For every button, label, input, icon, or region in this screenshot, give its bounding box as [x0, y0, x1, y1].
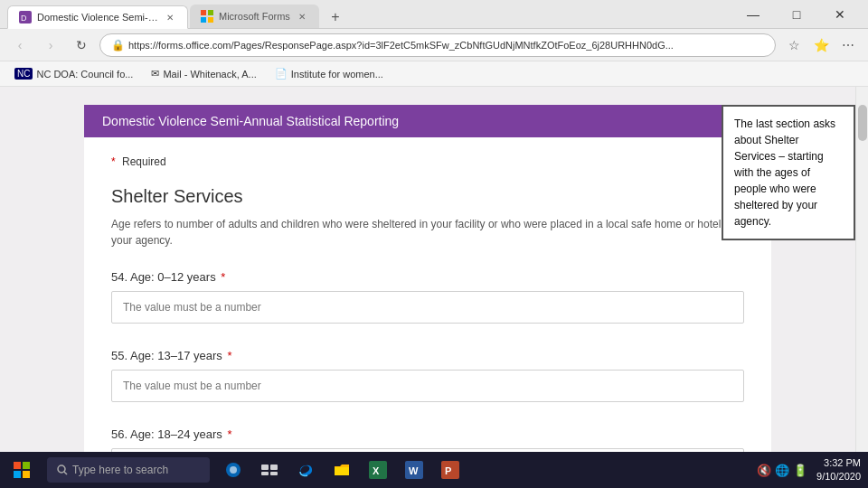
- annotation-box: The last section asks about Shelter Serv…: [722, 105, 855, 240]
- question-54-input[interactable]: [111, 291, 744, 324]
- tab-close-active[interactable]: ✕: [164, 11, 176, 23]
- tab-label-active: Domestic Violence Semi-Annual...: [37, 12, 158, 23]
- network-icon[interactable]: 🌐: [775, 464, 789, 477]
- bookmarks-bar: NC NC DOA: Council fo... ✉ Mail - Whiten…: [0, 61, 868, 87]
- bookmark-ncdoa[interactable]: NC NC DOA: Council fo...: [7, 66, 140, 81]
- svg-rect-8: [14, 471, 21, 478]
- url-box[interactable]: 🔒 https://forms.office.com/Pages/Respons…: [99, 33, 776, 57]
- close-button[interactable]: ✕: [819, 0, 861, 29]
- form-header-title: Domestic Violence Semi-Annual Statistica…: [102, 114, 399, 128]
- forward-button[interactable]: ›: [38, 33, 63, 58]
- taskbar-icon-powerpoint[interactable]: P: [434, 454, 467, 486]
- taskbar: Type here to search: [0, 452, 868, 488]
- tab-active[interactable]: D Domestic Violence Semi-Annual... ✕: [7, 5, 188, 29]
- svg-rect-9: [23, 471, 30, 478]
- question-56: 56. Age: 18–24 years *: [111, 427, 744, 452]
- svg-line-11: [64, 472, 67, 474]
- question-54-label: 54. Age: 0–12 years *: [111, 270, 744, 284]
- taskbar-icon-explorer[interactable]: [326, 454, 358, 486]
- taskbar-sys-icons: 🔇 🌐 🔋: [757, 464, 807, 477]
- bookmark-mail-favicon: ✉: [151, 68, 159, 80]
- section-description: Age refers to number of adults and child…: [111, 216, 744, 249]
- svg-rect-7: [23, 462, 30, 469]
- address-bar: ‹ › ↻ 🔒 https://forms.office.com/Pages/R…: [0, 29, 868, 61]
- svg-text:P: P: [445, 465, 451, 476]
- tab-favicon-ms: [201, 10, 213, 23]
- svg-rect-3: [208, 10, 213, 15]
- maximize-button[interactable]: □: [776, 0, 817, 29]
- taskbar-icon-taskview[interactable]: [253, 454, 286, 486]
- tab-close-inactive[interactable]: ✕: [296, 10, 308, 23]
- question-55: 55. Age: 13–17 years *: [111, 349, 744, 402]
- browser-window: D Domestic Violence Semi-Annual... ✕ Mic…: [0, 0, 868, 452]
- svg-text:W: W: [409, 465, 419, 476]
- volume-icon[interactable]: 🔇: [757, 464, 771, 477]
- taskbar-search-placeholder: Type here to search: [72, 464, 168, 476]
- taskbar-time[interactable]: 3:32 PM 9/10/2020: [816, 456, 861, 484]
- taskbar-pinned-icons: X W P: [217, 454, 467, 486]
- question-54: 54. Age: 0–12 years *: [111, 270, 744, 324]
- taskbar-icon-excel[interactable]: X: [362, 454, 394, 486]
- tab-list: D Domestic Violence Semi-Annual... ✕ Mic…: [7, 0, 346, 28]
- svg-text:D: D: [21, 14, 27, 23]
- favorites-icon[interactable]: ☆: [781, 33, 807, 58]
- bookmark-ncdoa-favicon: NC: [14, 68, 33, 80]
- url-text: https://forms.office.com/Pages/ResponseP…: [128, 40, 764, 51]
- svg-text:X: X: [373, 465, 380, 476]
- toolbar-actions: ☆ ⭐ ⋯: [781, 33, 861, 58]
- annotation-text: The last section asks about Shelter Serv…: [734, 117, 835, 228]
- bookmark-institute[interactable]: 📄 Institute for women...: [268, 66, 391, 81]
- question-55-number: 55.: [111, 349, 130, 362]
- section-title: Shelter Services: [111, 186, 744, 207]
- taskbar-right: 🔇 🌐 🔋 3:32 PM 9/10/2020: [757, 456, 868, 484]
- question-55-input[interactable]: [111, 370, 744, 402]
- question-55-required: *: [228, 349, 232, 362]
- question-54-required: *: [221, 270, 225, 284]
- lock-icon: 🔒: [111, 39, 125, 52]
- required-text: Required: [122, 155, 166, 168]
- required-note: * Required: [111, 155, 744, 168]
- tab-inactive[interactable]: Microsoft Forms ✕: [190, 5, 319, 28]
- question-56-label: 56. Age: 18–24 years *: [111, 427, 744, 441]
- scrollbar-area: [855, 87, 868, 452]
- current-time: 3:32 PM: [816, 456, 861, 470]
- start-button[interactable]: [0, 452, 43, 488]
- new-tab-button[interactable]: +: [325, 6, 346, 28]
- svg-point-13: [230, 466, 237, 474]
- svg-rect-15: [270, 465, 278, 470]
- refresh-button[interactable]: ↻: [69, 33, 94, 58]
- form-header: Domestic Violence Semi-Annual Statistica…: [84, 105, 771, 137]
- required-asterisk: *: [111, 155, 116, 168]
- bookmark-mail[interactable]: ✉ Mail - Whitenack, A...: [144, 66, 263, 81]
- current-date: 9/10/2020: [816, 470, 861, 483]
- svg-rect-14: [261, 465, 269, 470]
- battery-icon[interactable]: 🔋: [793, 464, 807, 477]
- svg-rect-4: [201, 17, 206, 23]
- taskbar-search[interactable]: Type here to search: [47, 457, 210, 483]
- svg-point-10: [58, 465, 65, 473]
- back-button[interactable]: ‹: [7, 33, 33, 58]
- collections-icon[interactable]: ⭐: [808, 33, 834, 58]
- tab-label-inactive: Microsoft Forms: [219, 11, 290, 22]
- page-content: Domestic Violence Semi-Annual Statistica…: [0, 87, 868, 452]
- minimize-button[interactable]: —: [732, 0, 774, 29]
- question-56-required: *: [228, 427, 232, 441]
- question-54-number: 54.: [111, 270, 130, 284]
- svg-rect-5: [208, 17, 213, 23]
- taskbar-icon-edge[interactable]: [289, 454, 322, 486]
- svg-rect-16: [261, 472, 269, 475]
- question-56-number: 56.: [111, 427, 130, 441]
- settings-icon[interactable]: ⋯: [835, 33, 861, 58]
- taskbar-icon-word[interactable]: W: [398, 454, 430, 486]
- tab-favicon-dv: D: [19, 11, 32, 23]
- taskbar-icon-cortana[interactable]: [217, 454, 250, 486]
- window-controls: — □ ✕: [732, 0, 861, 29]
- form-container: Domestic Violence Semi-Annual Statistica…: [84, 105, 771, 452]
- title-bar: D Domestic Violence Semi-Annual... ✕ Mic…: [0, 0, 868, 29]
- question-55-label: 55. Age: 13–17 years *: [111, 349, 744, 362]
- scrollbar-thumb[interactable]: [858, 105, 867, 141]
- svg-rect-17: [270, 472, 278, 475]
- svg-rect-2: [201, 10, 206, 15]
- svg-rect-6: [14, 462, 21, 469]
- bookmark-institute-favicon: 📄: [275, 68, 288, 80]
